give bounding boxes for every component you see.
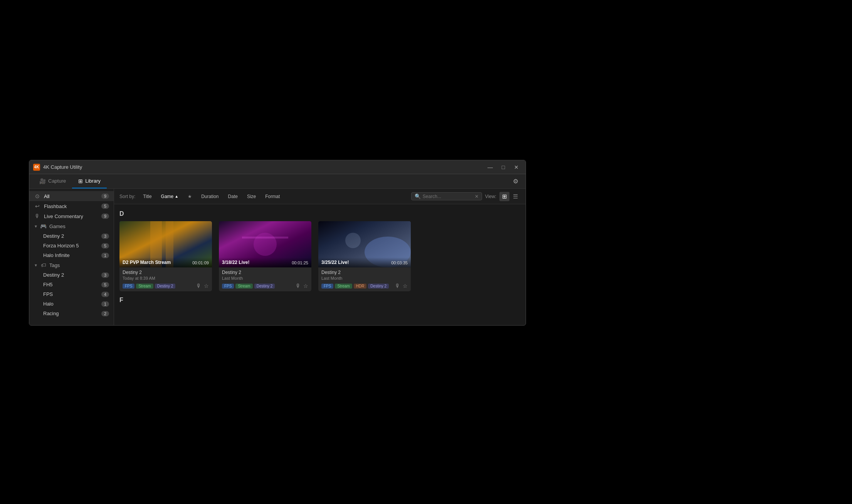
card-d2-pvp-tags-row: FPS Stream Destiny 2 🎙 ☆: [123, 283, 209, 289]
card-325-tags-row: FPS Stream HDR Destiny 2 🎙 ☆: [321, 283, 408, 289]
maximize-button[interactable]: □: [498, 163, 509, 171]
card-d2-pvp-overlay: D2 PVP March Stream 00:01:09: [119, 257, 212, 267]
card-325-thumb: 3/25/22 Live! 00:03:35: [318, 221, 411, 267]
tag-hdr-325: HDR: [354, 284, 367, 289]
games-icon: 🎮: [40, 223, 47, 229]
mic-icon[interactable]: 🎙: [196, 283, 202, 289]
svg-point-8: [345, 233, 361, 248]
sort-duration-button[interactable]: Duration: [197, 193, 222, 200]
card-318-thumb: 3/18/22 Live! 00:01:25: [219, 221, 311, 267]
minimize-button[interactable]: —: [485, 163, 496, 171]
sidebar-tag-halo-badge: 1: [101, 301, 109, 307]
sidebar-live-label: Live Commentary: [44, 213, 98, 219]
sort-format-button[interactable]: Format: [261, 193, 284, 200]
sidebar-games-header[interactable]: ▼ 🎮 Games: [29, 221, 114, 231]
sidebar-item-forza[interactable]: Forza Horizon 5 5: [29, 241, 114, 250]
tab-bar: 🎥 Capture ⊞ Library ⚙: [29, 174, 526, 189]
sidebar-tag-halo[interactable]: Halo 1: [29, 299, 114, 309]
search-clear-icon[interactable]: ✕: [475, 194, 479, 199]
cards-row-d: D2 PVP March Stream 00:01:09 Destiny 2 T…: [119, 221, 520, 291]
sidebar-tag-destiny2[interactable]: Destiny 2 3: [29, 270, 114, 280]
svg-rect-5: [242, 237, 288, 239]
games-chevron-icon: ▼: [34, 224, 38, 228]
sidebar-tag-racing-label: Racing: [43, 311, 98, 316]
sidebar-item-all[interactable]: ⊙ All 9: [29, 191, 114, 201]
search-input[interactable]: [423, 194, 473, 199]
tab-capture-label: Capture: [48, 178, 66, 184]
sort-game-button[interactable]: Game ▲: [157, 193, 183, 200]
search-box: 🔍 ✕: [411, 192, 482, 200]
sidebar-tag-fps-label: FPS: [43, 291, 98, 297]
tab-capture[interactable]: 🎥 Capture: [33, 174, 72, 188]
star-icon-325[interactable]: ☆: [403, 283, 408, 289]
sort-size-button[interactable]: Size: [243, 193, 260, 200]
tag-destiny2-325: Destiny 2: [368, 284, 389, 289]
section-f-header: F: [119, 297, 520, 304]
sidebar-live-badge: 9: [101, 213, 109, 219]
content-area: ⊙ All 9 ↩ Flashback 5 🎙 Live Commentary …: [29, 189, 526, 325]
mic-icon-318[interactable]: 🎙: [296, 283, 301, 289]
star-icon-318[interactable]: ☆: [303, 283, 308, 289]
view-label: View:: [485, 194, 496, 199]
tag-fps: FPS: [123, 284, 134, 289]
sidebar-tag-racing[interactable]: Racing 2: [29, 309, 114, 318]
card-318-duration: 00:01:25: [292, 260, 308, 265]
sort-game-label: Game: [161, 194, 174, 199]
sidebar-all-label: All: [44, 193, 98, 199]
close-button[interactable]: ✕: [511, 163, 522, 171]
tags-icon: 🏷: [40, 262, 47, 268]
card-318-info: Destiny 2 Last Month FPS Stream Destiny …: [219, 267, 311, 291]
sidebar-item-destiny2[interactable]: Destiny 2 3: [29, 231, 114, 241]
sidebar-forza-label: Forza Horizon 5: [43, 243, 98, 249]
card-318-game: Destiny 2: [222, 270, 308, 275]
card-d2-pvp-thumb: D2 PVP March Stream 00:01:09: [119, 221, 212, 267]
view-buttons: ⊞ ☰: [499, 192, 520, 201]
mic-icon-325[interactable]: 🎙: [395, 283, 400, 289]
card-d2-pvp-actions: 🎙 ☆: [196, 283, 209, 289]
tag-destiny2: Destiny 2: [155, 284, 176, 289]
tab-library[interactable]: ⊞ Library: [72, 174, 107, 188]
card-325-actions: 🎙 ☆: [395, 283, 408, 289]
sidebar-tags-header[interactable]: ▼ 🏷 Tags: [29, 260, 114, 270]
sidebar-tag-halo-label: Halo: [43, 301, 98, 307]
svg-point-4: [254, 233, 277, 256]
sidebar-tag-destiny2-label: Destiny 2: [43, 272, 98, 278]
sort-arrow-icon: ▲: [175, 194, 178, 198]
star-icon[interactable]: ☆: [204, 283, 209, 289]
sidebar-destiny2-label: Destiny 2: [43, 233, 98, 239]
card-d2-pvp[interactable]: D2 PVP March Stream 00:01:09 Destiny 2 T…: [119, 221, 212, 291]
sort-by-label: Sort by:: [119, 194, 135, 199]
card-d2-pvp-date: Today at 8:39 AM: [123, 276, 209, 281]
tag-destiny2-318: Destiny 2: [254, 284, 275, 289]
sidebar-item-flashback[interactable]: ↩ Flashback 5: [29, 201, 114, 211]
sort-date-button[interactable]: Date: [224, 193, 242, 200]
sidebar-destiny2-badge: 3: [101, 234, 109, 239]
sort-star-button[interactable]: ★: [184, 193, 196, 200]
tag-stream-318: Stream: [235, 284, 252, 289]
list-view-button[interactable]: ☰: [510, 192, 520, 201]
card-318-tags-row: FPS Stream Destiny 2 🎙 ☆: [222, 283, 308, 289]
sidebar-tag-fh5-label: FH5: [43, 282, 98, 287]
sidebar-tags-label: Tags: [49, 262, 60, 268]
settings-button[interactable]: ⚙: [509, 175, 522, 188]
search-area: 🔍 ✕ View: ⊞ ☰: [411, 192, 520, 201]
card-d2-pvp-title: D2 PVP March Stream: [123, 260, 171, 265]
title-bar-controls: — □ ✕: [485, 163, 522, 171]
card-318-live[interactable]: 3/18/22 Live! 00:01:25 Destiny 2 Last Mo…: [219, 221, 311, 291]
sidebar-item-live-commentary[interactable]: 🎙 Live Commentary 9: [29, 211, 114, 221]
sidebar-forza-badge: 5: [101, 243, 109, 249]
sidebar-flashback-label: Flashback: [44, 203, 98, 209]
app-icon: 4K: [33, 164, 40, 171]
sort-title-button[interactable]: Title: [139, 193, 155, 200]
card-d2-pvp-duration: 00:01:09: [192, 260, 209, 265]
tag-fps-325: FPS: [321, 284, 333, 289]
main-panel: Sort by: Title Game ▲ ★ Duration Date Si…: [114, 189, 526, 325]
card-325-live[interactable]: 3/25/22 Live! 00:03:35 Destiny 2 Last Mo…: [318, 221, 411, 291]
card-318-date: Last Month: [222, 276, 308, 281]
library-content: D: [114, 204, 526, 325]
grid-view-button[interactable]: ⊞: [499, 192, 509, 201]
sidebar-item-halo[interactable]: Halo Infinite 1: [29, 250, 114, 260]
sidebar-tag-fps[interactable]: FPS 4: [29, 289, 114, 299]
card-325-duration: 00:03:35: [391, 260, 408, 265]
sidebar-tag-fh5[interactable]: FH5 5: [29, 280, 114, 289]
